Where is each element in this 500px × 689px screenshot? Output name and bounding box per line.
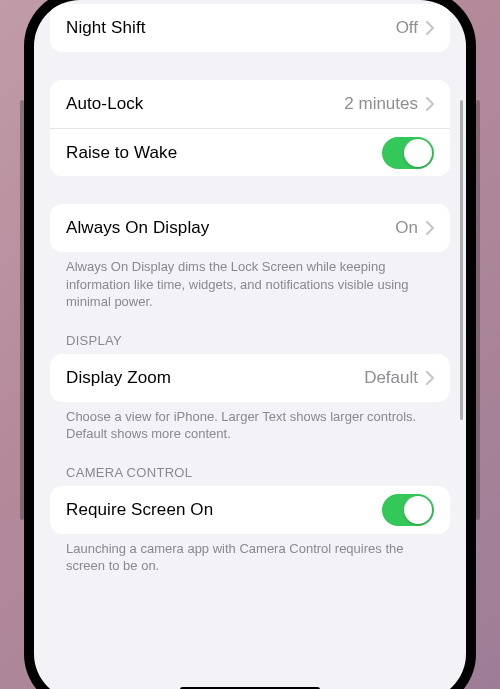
chevron-right-icon (426, 371, 434, 385)
row-display-zoom[interactable]: Display Zoom Default (50, 354, 450, 402)
display-zoom-label: Display Zoom (66, 368, 364, 388)
require-screen-on-toggle[interactable] (382, 494, 434, 526)
chevron-right-icon (426, 97, 434, 111)
row-auto-lock[interactable]: Auto-Lock 2 minutes (50, 80, 450, 128)
section-header-camera: CAMERA CONTROL (50, 443, 450, 486)
row-raise-to-wake: Raise to Wake (50, 128, 450, 176)
camera-control-footer: Launching a camera app with Camera Contr… (50, 534, 450, 575)
scroll-indicator[interactable] (460, 100, 463, 420)
always-on-label: Always On Display (66, 218, 395, 238)
group-display-zoom: Display Zoom Default (50, 354, 450, 402)
chevron-right-icon (426, 221, 434, 235)
group-lock: Auto-Lock 2 minutes Raise to Wake (50, 80, 450, 176)
row-always-on-display[interactable]: Always On Display On (50, 204, 450, 252)
raise-to-wake-label: Raise to Wake (66, 143, 382, 163)
raise-to-wake-toggle[interactable] (382, 137, 434, 169)
row-require-screen-on: Require Screen On (50, 486, 450, 534)
always-on-value: On (395, 218, 418, 238)
group-always-on: Always On Display On (50, 204, 450, 252)
auto-lock-label: Auto-Lock (66, 94, 344, 114)
row-night-shift[interactable]: Night Shift Off (50, 4, 450, 52)
night-shift-value: Off (396, 18, 418, 38)
night-shift-label: Night Shift (66, 18, 396, 38)
screen: Night Shift Off Auto-Lock 2 minutes (34, 0, 466, 689)
require-screen-on-label: Require Screen On (66, 500, 382, 520)
settings-content: Night Shift Off Auto-Lock 2 minutes (34, 0, 466, 575)
auto-lock-value: 2 minutes (344, 94, 418, 114)
section-header-display: DISPLAY (50, 311, 450, 354)
toggle-knob (404, 496, 432, 524)
group-camera-control: Require Screen On (50, 486, 450, 534)
display-zoom-value: Default (364, 368, 418, 388)
toggle-knob (404, 139, 432, 167)
display-zoom-footer: Choose a view for iPhone. Larger Text sh… (50, 402, 450, 443)
group-night-shift: Night Shift Off (50, 4, 450, 52)
device-frame: Night Shift Off Auto-Lock 2 minutes (24, 0, 476, 689)
chevron-right-icon (426, 21, 434, 35)
always-on-footer: Always On Display dims the Lock Screen w… (50, 252, 450, 311)
